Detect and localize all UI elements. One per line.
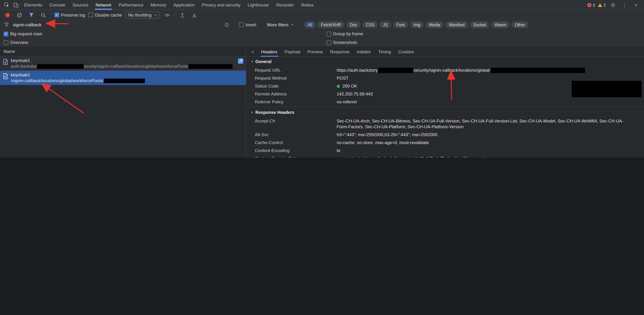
tab-network[interactable]: Network <box>92 0 115 10</box>
import-har-icon[interactable] <box>178 11 187 19</box>
toolbar-divider <box>51 12 51 18</box>
filter-chip-manifest[interactable]: Manifest <box>446 21 468 28</box>
detail-tabbar: × Headers Payload Preview Response Initi… <box>246 47 644 57</box>
settings-gear-icon[interactable]: ⚙ <box>609 0 617 9</box>
preserve-log-checkbox[interactable]: ✓ <box>54 12 59 17</box>
network-filter-input[interactable] <box>12 22 220 27</box>
detail-tab-timing[interactable]: Timing <box>375 47 394 56</box>
filter-toggle-icon[interactable] <box>27 11 36 19</box>
network-toolbar: ✓ Preserve log Disable cache No throttli… <box>0 10 644 20</box>
filter-chip-socket[interactable]: Socket <box>470 21 489 28</box>
filter-chip-css[interactable]: CSS <box>363 21 378 28</box>
more-filters-label: More filters <box>267 22 288 27</box>
network-options-row-1: ✓ Big request rows Group by frame <box>0 29 644 38</box>
response-header-row: Content-Encoding br <box>246 147 644 155</box>
more-filters-button[interactable]: More filters ▼ <box>267 22 294 27</box>
network-options-row-2: Overview Screenshots <box>0 38 644 47</box>
response-headers-section-title: Response Headers <box>256 110 294 115</box>
filter-chip-js[interactable]: JS <box>380 21 391 28</box>
filter-chip-fetch-xhr[interactable]: Fetch/XHR <box>318 21 344 28</box>
request-row-keycloak1-first[interactable]: keycloak1 auth.backstorecurity/signin-ca… <box>0 56 246 71</box>
throttling-select[interactable]: No throttling ▼ <box>126 11 160 18</box>
header-row-request-url: Request URL https://auth.backstorysecuri… <box>246 66 644 74</box>
big-request-rows-checkbox[interactable]: ✓ <box>4 31 8 36</box>
header-value: Sec-CH-UA-Arch, Sec-CH-UA-Bitness, Sec-C… <box>337 118 631 130</box>
warning-badge[interactable]: 2 <box>598 3 606 7</box>
clear-filter-icon[interactable] <box>222 20 231 29</box>
filter-chip-media[interactable]: Media <box>426 21 444 28</box>
request-name: keycloak1 <box>11 72 145 78</box>
general-section-title: General <box>256 59 272 64</box>
tab-performance[interactable]: Performance <box>115 0 146 10</box>
close-detail-icon[interactable]: × <box>249 49 257 54</box>
overview-control[interactable]: Overview <box>4 40 28 45</box>
tab-lighthouse[interactable]: Lighthouse <box>244 0 272 10</box>
close-devtools-icon[interactable]: × <box>632 0 640 9</box>
inspect-element-icon[interactable] <box>2 0 11 9</box>
request-row-text: keycloak1 /signin-callback/locations/glo… <box>11 72 145 84</box>
search-icon[interactable] <box>39 11 48 19</box>
disable-cache-checkbox[interactable] <box>88 12 93 17</box>
tab-memory[interactable]: Memory <box>148 0 170 10</box>
redaction-box <box>188 64 232 69</box>
chevron-down-icon: ▼ <box>154 14 157 16</box>
filter-chip-wasm[interactable]: Wasm <box>491 21 509 28</box>
header-value: br <box>337 148 631 154</box>
group-by-frame-label: Group by frame <box>333 31 363 36</box>
response-header-row: Cache-Control no-cache, no-store, max-ag… <box>246 139 644 147</box>
detail-tab-preview[interactable]: Preview <box>304 47 326 56</box>
invert-checkbox[interactable] <box>239 22 244 27</box>
record-network-log-button[interactable] <box>3 11 12 19</box>
external-link-icon[interactable] <box>238 58 243 64</box>
filter-chip-doc[interactable]: Doc <box>346 21 360 28</box>
redaction-box <box>572 81 642 97</box>
big-request-rows-control[interactable]: ✓ Big request rows <box>4 31 42 36</box>
check-icon: ✓ <box>4 32 8 36</box>
detail-tab-response[interactable]: Response <box>327 47 353 56</box>
tab-console[interactable]: Console <box>46 0 68 10</box>
detail-tab-initiator[interactable]: Initiator <box>354 47 374 56</box>
header-value: POST <box>337 75 631 81</box>
overview-checkbox[interactable] <box>4 40 8 45</box>
detail-tab-headers[interactable]: Headers <box>258 47 281 56</box>
clear-network-log-button[interactable] <box>15 11 24 19</box>
headers-detail-body: ▾ General Request URL https://auth.backs… <box>246 57 644 158</box>
preserve-log-control[interactable]: ✓ Preserve log <box>54 12 85 17</box>
response-header-row: Accept-Ch Sec-CH-UA-Arch, Sec-CH-UA-Bitn… <box>246 117 644 131</box>
kebab-menu-icon[interactable]: ⋮ <box>620 0 629 9</box>
request-row-keycloak1-selected[interactable]: keycloak1 /signin-callback/locations/glo… <box>0 71 246 85</box>
screenshots-checkbox[interactable] <box>326 40 331 45</box>
tab-application[interactable]: Application <box>170 0 198 10</box>
disable-cache-control[interactable]: Disable cache <box>88 12 122 17</box>
filter-chip-img[interactable]: Img <box>410 21 424 28</box>
detail-tab-cookies[interactable]: Cookies <box>395 47 417 56</box>
tab-redux[interactable]: Redux <box>298 0 317 10</box>
export-har-icon[interactable] <box>190 11 199 19</box>
name-column-header[interactable]: Name <box>0 47 246 56</box>
toolbar-divider <box>175 12 175 18</box>
group-by-frame-control[interactable]: Group by frame <box>326 31 363 36</box>
response-headers-section-header[interactable]: ▾ Response Headers <box>246 108 644 117</box>
device-toolbar-icon[interactable] <box>12 0 20 9</box>
error-badge[interactable]: 3 <box>588 3 595 7</box>
header-name: Alt-Svc <box>255 132 337 138</box>
group-by-frame-checkbox[interactable] <box>326 31 331 36</box>
tab-sources[interactable]: Sources <box>69 0 92 10</box>
tab-privacy-and-security[interactable]: Privacy and security <box>199 0 244 10</box>
warning-icon <box>598 3 602 7</box>
filter-chip-font[interactable]: Font <box>393 21 408 28</box>
redaction-box <box>378 68 413 73</box>
invert-filter-control[interactable]: Invert <box>239 22 256 27</box>
filter-chip-other[interactable]: Other <box>512 21 528 28</box>
general-section-header[interactable]: ▾ General <box>246 57 644 66</box>
network-conditions-icon[interactable] <box>163 11 172 19</box>
big-request-rows-label: Big request rows <box>10 31 42 36</box>
header-name: Request URL <box>255 67 337 73</box>
filter-chip-all[interactable]: All <box>304 21 316 28</box>
screenshots-control[interactable]: Screenshots <box>326 40 357 45</box>
detail-tab-payload[interactable]: Payload <box>281 47 304 56</box>
tab-recorder[interactable]: Recorder <box>273 0 297 10</box>
header-name: Cache-Control <box>255 140 337 146</box>
header-name: Content-Security-Policy <box>255 156 337 158</box>
tab-elements[interactable]: Elements <box>21 0 46 10</box>
